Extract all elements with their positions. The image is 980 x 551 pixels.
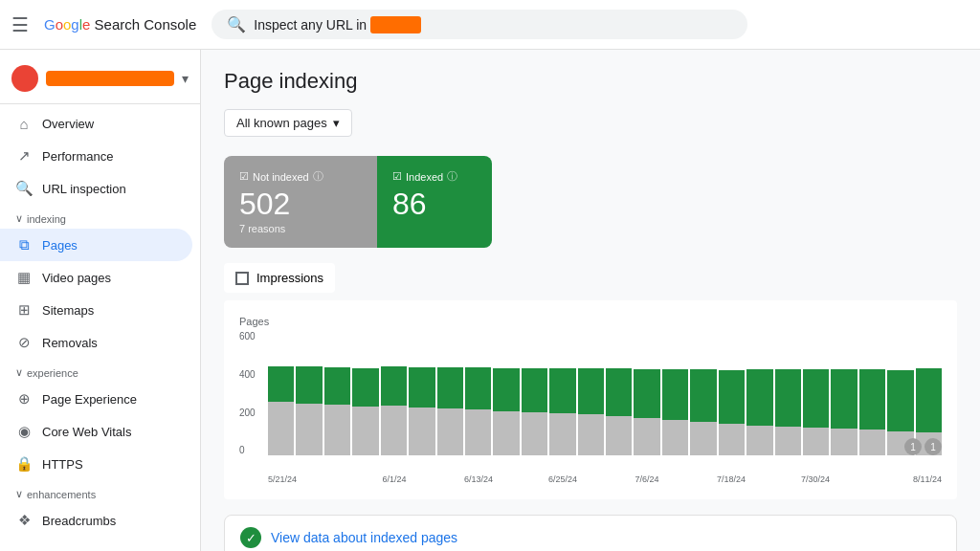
bar-group <box>606 331 632 455</box>
x-label-4: 7/6/24 <box>605 474 689 484</box>
bar-group <box>887 331 913 455</box>
not-indexed-sub: 7 reasons <box>239 223 362 234</box>
not-indexed-label: ☑ Not indexed ⓘ <box>239 169 362 184</box>
bar-grey <box>690 422 716 455</box>
bar-group <box>662 331 688 455</box>
bar-group <box>578 331 604 455</box>
y-tick-600: 600 <box>239 331 266 342</box>
sidebar-item-label: Sitemaps <box>42 303 94 318</box>
sidebar-item-sitemaps[interactable]: ⊞ Sitemaps <box>0 294 192 326</box>
sidebar-item-performance[interactable]: ↗ Performance <box>0 140 192 172</box>
content-inner: Page indexing All known pages ▾ ☑ Not in… <box>201 50 980 551</box>
filter-all-known-pages[interactable]: All known pages ▾ <box>224 109 352 137</box>
bar-grey <box>409 408 434 455</box>
not-indexed-check-icon: ☑ <box>239 170 249 183</box>
search-bar[interactable]: 🔍 Inspect any URL in <box>212 10 747 39</box>
pages-icon: ⧉ <box>15 236 33 253</box>
bar-group <box>465 331 491 455</box>
bar-green <box>746 369 772 425</box>
sidebar-item-breadcrumbs[interactable]: ❖ Breadcrumbs <box>0 504 192 537</box>
sidebar-item-overview[interactable]: ⌂ Overview <box>0 108 192 140</box>
sidebar-item-video-pages[interactable]: ▦ Video pages <box>0 261 192 294</box>
url-inspect-icon: 🔍 <box>15 180 33 197</box>
bar-green <box>831 369 857 429</box>
bar-grey <box>775 427 801 456</box>
sidebar-item-url-inspection[interactable]: 🔍 URL inspection <box>0 172 192 205</box>
bar-green <box>859 369 885 430</box>
site-selector[interactable]: ▾ <box>0 57 200 104</box>
bar-green <box>268 366 294 402</box>
bar-group <box>493 331 519 455</box>
bar-group <box>549 331 575 455</box>
bar-grey <box>803 428 829 455</box>
breadcrumbs-icon: ❖ <box>15 512 33 529</box>
site-favicon <box>11 65 38 92</box>
section-label-indexing: ∨ Indexing <box>0 205 200 229</box>
bar-group <box>775 331 801 455</box>
bar-group <box>268 331 294 455</box>
bar-green <box>662 369 688 420</box>
page-title: Page indexing <box>224 69 957 94</box>
bar-grey <box>352 407 378 455</box>
bar-group <box>296 331 322 455</box>
lock-icon: 🔒 <box>15 455 33 473</box>
sidebar-item-label: Video pages <box>42 271 111 285</box>
impressions-row[interactable]: Impressions <box>224 263 335 293</box>
bar-green <box>916 368 942 432</box>
main-layout: ▾ ⌂ Overview ↗ Performance 🔍 URL inspect… <box>0 50 980 551</box>
bar-grey <box>324 405 350 455</box>
bar-group <box>324 331 350 455</box>
bar-grey <box>296 404 322 455</box>
sidebar-item-removals[interactable]: ⊘ Removals <box>0 326 192 359</box>
bar-green <box>352 368 378 407</box>
bar-green <box>296 366 322 404</box>
x-label-3: 6/25/24 <box>521 474 605 484</box>
core-web-vitals-icon: ◉ <box>15 423 33 440</box>
chart-pagination: 1 1 <box>904 438 942 455</box>
bar-green <box>578 368 604 414</box>
menu-icon[interactable]: ☰ <box>11 13 29 36</box>
bar-green <box>606 368 632 416</box>
sidebar-item-page-experience[interactable]: ⊕ Page Experience <box>0 383 192 415</box>
info-link[interactable]: View data about indexed pages <box>271 530 457 545</box>
bar-green <box>719 370 745 424</box>
home-icon: ⌂ <box>15 116 33 132</box>
bar-green <box>324 367 350 405</box>
page-dot-2[interactable]: 1 <box>924 438 942 455</box>
bar-group <box>719 331 745 455</box>
bar-group <box>409 331 434 455</box>
site-name <box>46 71 174 86</box>
bar-grey <box>381 406 407 455</box>
impressions-checkbox[interactable] <box>235 272 249 285</box>
sidebar-item-pages[interactable]: ⧉ Pages <box>0 229 192 261</box>
sidebar-item-https[interactable]: 🔒 HTTPS <box>0 448 192 480</box>
filter-label: All known pages <box>236 116 327 130</box>
bar-grey <box>634 418 659 455</box>
content-area: Page indexing All known pages ▾ ☑ Not in… <box>201 50 980 551</box>
bar-group <box>352 331 378 455</box>
bar-green <box>887 370 913 431</box>
bar-green <box>465 367 491 409</box>
performance-icon: ↗ <box>15 147 33 165</box>
chart-x-labels: 5/21/24 6/1/24 6/13/24 6/25/24 7/6/24 7/… <box>239 474 942 484</box>
sidebar-item-label: Pages <box>42 238 78 253</box>
bar-green <box>803 369 829 428</box>
sidebar-item-core-web-vitals[interactable]: ◉ Core Web Vitals <box>0 415 192 448</box>
site-chevron-icon[interactable]: ▾ <box>182 71 189 86</box>
search-input[interactable]: Inspect any URL in <box>254 17 420 33</box>
not-indexed-count: 502 <box>239 187 362 221</box>
bar-grey <box>746 426 772 456</box>
video-pages-icon: ▦ <box>15 269 33 286</box>
not-indexed-info-icon[interactable]: ⓘ <box>313 169 323 184</box>
bar-grey <box>437 408 463 455</box>
indexed-info-icon[interactable]: ⓘ <box>447 169 457 184</box>
bar-group <box>916 331 942 455</box>
search-icon: 🔍 <box>227 15 246 33</box>
page-dot-1[interactable]: 1 <box>904 438 922 455</box>
x-label-2: 6/13/24 <box>436 474 521 484</box>
bar-green <box>437 367 463 408</box>
sidebar-item-label: Page Experience <box>42 392 137 407</box>
bar-grey <box>831 429 857 455</box>
x-label-7: 8/11/24 <box>858 474 942 484</box>
y-tick-200: 200 <box>239 408 266 418</box>
